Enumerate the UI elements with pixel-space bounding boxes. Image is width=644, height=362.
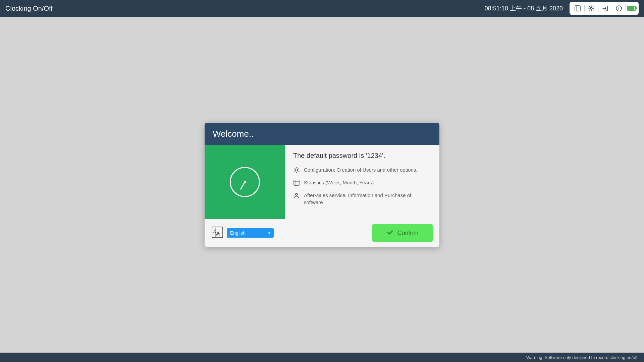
feature-config-text: Configuration: Creation of Users and oth… — [304, 166, 418, 173]
feature-stats: Statistics (Week, Month, Years) — [293, 179, 431, 188]
svg-rect-8 — [294, 180, 299, 185]
confirm-label: Confirm — [397, 230, 418, 237]
battery-body — [627, 6, 636, 11]
feature-stats-text: Statistics (Week, Month, Years) — [304, 179, 374, 186]
stats-icon — [574, 5, 581, 12]
app-title: Clocking On/Off — [5, 5, 53, 12]
aftersales-icon — [293, 192, 300, 200]
svg-text:あ: あ — [216, 231, 220, 236]
welcome-dialog: Welcome.. The default password is '1234'… — [205, 123, 439, 247]
info-icon — [615, 5, 622, 12]
logout-icon — [602, 5, 608, 12]
password-info-text: The default password is '1234'. — [293, 152, 431, 160]
svg-rect-0 — [575, 6, 580, 11]
datetime-display: 08:51:10 上午 - 08 五月 2020 — [485, 4, 563, 12]
dialog-body: The default password is '1234'. Configur… — [205, 145, 439, 219]
clock-graphic — [230, 167, 260, 197]
stats-feature-icon — [293, 179, 300, 188]
settings-icon-button[interactable] — [586, 3, 597, 13]
stats-icon-button[interactable] — [572, 3, 583, 13]
svg-point-5 — [619, 7, 619, 8]
topbar-right-section: 08:51:10 上午 - 08 五月 2020 — [485, 2, 639, 15]
svg-point-11 — [296, 193, 298, 195]
main-content: Welcome.. The default password is '1234'… — [0, 17, 644, 353]
gear-icon — [588, 5, 595, 12]
topbar: Clocking On/Off 08:51:10 上午 - 08 五月 2020 — [0, 0, 644, 17]
config-icon — [293, 167, 300, 175]
battery-fill — [628, 7, 634, 10]
dialog-left-panel — [205, 145, 285, 219]
divider-1 — [584, 5, 585, 12]
feature-aftersales-text: After-sales service, Information and Pur… — [304, 192, 431, 206]
divider-4 — [626, 5, 626, 12]
info-icon-button[interactable] — [613, 3, 624, 13]
language-selector-area: A あ English Français Español Deutsch 日本語… — [211, 226, 274, 240]
feature-config: Configuration: Creation of Users and oth… — [293, 166, 431, 175]
topbar-icon-group — [570, 2, 639, 15]
checkmark-icon — [386, 229, 394, 238]
confirm-button[interactable]: Confirm — [372, 224, 433, 242]
feature-aftersales: After-sales service, Information and Pur… — [293, 192, 431, 206]
svg-point-7 — [296, 169, 298, 171]
dialog-right-panel: The default password is '1234'. Configur… — [285, 145, 439, 219]
language-icon: A あ — [211, 226, 223, 240]
dialog-footer: A あ English Français Español Deutsch 日本語… — [205, 219, 439, 247]
battery-icon — [627, 6, 636, 11]
language-select-wrapper[interactable]: English Français Español Deutsch 日本語 中文 — [227, 228, 274, 238]
dialog-header: Welcome.. — [205, 123, 439, 145]
divider-3 — [612, 5, 612, 12]
logout-icon-button[interactable] — [600, 3, 610, 13]
warning-text: Warning. Software only designed to recor… — [526, 355, 639, 360]
svg-point-3 — [590, 7, 592, 9]
dialog-title: Welcome.. — [213, 129, 254, 139]
divider-2 — [598, 5, 598, 12]
bottombar: Warning. Software only designed to recor… — [0, 353, 644, 362]
language-dropdown[interactable]: English Français Español Deutsch 日本語 中文 — [227, 228, 274, 238]
clock-center — [244, 181, 246, 183]
